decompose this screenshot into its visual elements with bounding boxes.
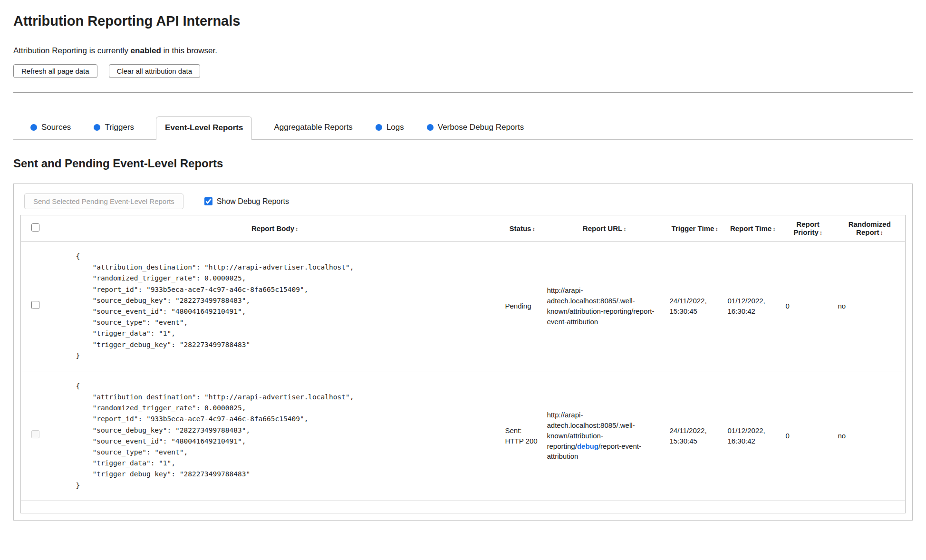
url-text: http://arapi-adtech.localhost:8085/.well… xyxy=(547,286,655,325)
trigger-time: 24/11/2022, 15:30:45 xyxy=(666,371,724,501)
reports-table: Report Body↕ Status↕ Report URL↕ Trigger… xyxy=(20,215,906,513)
col-label: Report URL xyxy=(583,224,622,232)
status-prefix: Attribution Reporting is currently xyxy=(13,46,131,55)
toolbar: Refresh all page data Clear all attribut… xyxy=(13,64,913,78)
tab-label: Event-Level Reports xyxy=(165,123,243,133)
report-row: { "attribution_destination": "http://ara… xyxy=(21,371,906,501)
triggers-dot-icon xyxy=(94,124,100,131)
show-debug-checkbox[interactable] xyxy=(204,197,212,205)
col-label: Randomized Report xyxy=(849,220,891,236)
verbose-debug-dot-icon xyxy=(427,124,434,131)
col-label: Trigger Time xyxy=(672,224,714,232)
send-selected-button[interactable]: Send Selected Pending Event-Level Report… xyxy=(24,193,183,209)
col-header-report-body[interactable]: Report Body↕ xyxy=(48,215,502,241)
col-label: Report Priority xyxy=(793,220,819,236)
tab-label: Aggregatable Reports xyxy=(274,123,352,132)
tab-aggregatable-reports[interactable]: Aggregatable Reports xyxy=(273,118,353,139)
status-enabled-word: enabled xyxy=(131,46,161,55)
status-text: Attribution Reporting is currently enabl… xyxy=(13,46,913,56)
tab-triggers[interactable]: Triggers xyxy=(93,118,135,139)
sources-dot-icon xyxy=(30,124,37,131)
sort-icon: ↕ xyxy=(772,226,775,232)
select-all-cell xyxy=(21,215,48,241)
col-label: Report Body xyxy=(251,224,294,232)
sort-icon: ↕ xyxy=(532,226,535,232)
row-select-cell xyxy=(21,371,48,501)
report-row: { "attribution_destination": "http://ara… xyxy=(21,241,906,371)
tab-verbose-debug-reports[interactable]: Verbose Debug Reports xyxy=(426,118,525,139)
table-footer-row xyxy=(21,501,906,513)
randomized-report: no xyxy=(834,371,906,501)
sort-icon: ↕ xyxy=(880,230,883,236)
report-time: 01/12/2022, 16:30:42 xyxy=(724,371,782,501)
report-url: http://arapi-adtech.localhost:8085/.well… xyxy=(543,241,666,371)
clear-all-button[interactable]: Clear all attribution data xyxy=(109,64,200,78)
report-priority: 0 xyxy=(782,371,834,501)
report-body-cell: { "attribution_destination": "http://ara… xyxy=(48,241,502,371)
show-debug-reports-toggle[interactable]: Show Debug Reports xyxy=(204,197,289,206)
row-select-cell xyxy=(21,241,48,371)
logs-dot-icon xyxy=(376,124,382,131)
col-header-status[interactable]: Status↕ xyxy=(502,215,543,241)
sort-icon: ↕ xyxy=(820,230,822,236)
sort-icon: ↕ xyxy=(715,226,718,232)
trigger-time: 24/11/2022, 15:30:45 xyxy=(666,241,724,371)
divider xyxy=(13,92,913,93)
url-debug-segment: debug xyxy=(577,442,598,450)
attribution-internals-page: Attribution Reporting API Internals Attr… xyxy=(0,0,926,535)
row-select-checkbox xyxy=(31,430,39,438)
tab-bar: Sources Triggers Event-Level Reports Agg… xyxy=(13,116,913,140)
tab-label: Triggers xyxy=(105,123,134,132)
sort-icon: ↕ xyxy=(295,226,298,232)
report-time: 01/12/2022, 16:30:42 xyxy=(724,241,782,371)
col-label: Report Time xyxy=(730,224,772,232)
table-header-row: Report Body↕ Status↕ Report URL↕ Trigger… xyxy=(21,215,906,241)
col-header-report-time[interactable]: Report Time↕ xyxy=(724,215,782,241)
report-body-json: { "attribution_destination": "http://ara… xyxy=(76,381,498,491)
col-label: Status xyxy=(510,224,531,232)
table-footer xyxy=(21,501,906,513)
tab-label: Sources xyxy=(41,123,71,132)
refresh-all-button[interactable]: Refresh all page data xyxy=(13,64,97,78)
tab-label: Logs xyxy=(386,123,404,132)
report-priority: 0 xyxy=(782,241,834,371)
sort-icon: ↕ xyxy=(623,226,626,232)
col-header-trigger-time[interactable]: Trigger Time↕ xyxy=(666,215,724,241)
show-debug-label: Show Debug Reports xyxy=(217,197,289,206)
report-status: Pending xyxy=(502,241,543,371)
col-header-report-priority[interactable]: Report Priority↕ xyxy=(782,215,834,241)
col-header-report-url[interactable]: Report URL↕ xyxy=(543,215,666,241)
report-status: Sent: HTTP 200 xyxy=(502,371,543,501)
page-title: Attribution Reporting API Internals xyxy=(13,13,913,29)
randomized-report: no xyxy=(834,241,906,371)
report-body-cell: { "attribution_destination": "http://ara… xyxy=(48,371,502,501)
report-url: http://arapi-adtech.localhost:8085/.well… xyxy=(543,371,666,501)
tab-logs[interactable]: Logs xyxy=(375,118,405,139)
reports-panel: Send Selected Pending Event-Level Report… xyxy=(13,183,913,521)
tab-sources[interactable]: Sources xyxy=(29,118,72,139)
select-all-checkbox[interactable] xyxy=(31,223,39,232)
tab-event-level-reports[interactable]: Event-Level Reports xyxy=(156,116,252,140)
report-body-json: { "attribution_destination": "http://ara… xyxy=(76,251,498,361)
col-header-randomized-report[interactable]: Randomized Report↕ xyxy=(834,215,906,241)
row-select-checkbox[interactable] xyxy=(31,301,39,309)
status-suffix: in this browser. xyxy=(161,46,217,55)
report-controls: Send Selected Pending Event-Level Report… xyxy=(24,193,906,209)
section-heading: Sent and Pending Event-Level Reports xyxy=(13,157,913,170)
tab-label: Verbose Debug Reports xyxy=(438,123,524,132)
